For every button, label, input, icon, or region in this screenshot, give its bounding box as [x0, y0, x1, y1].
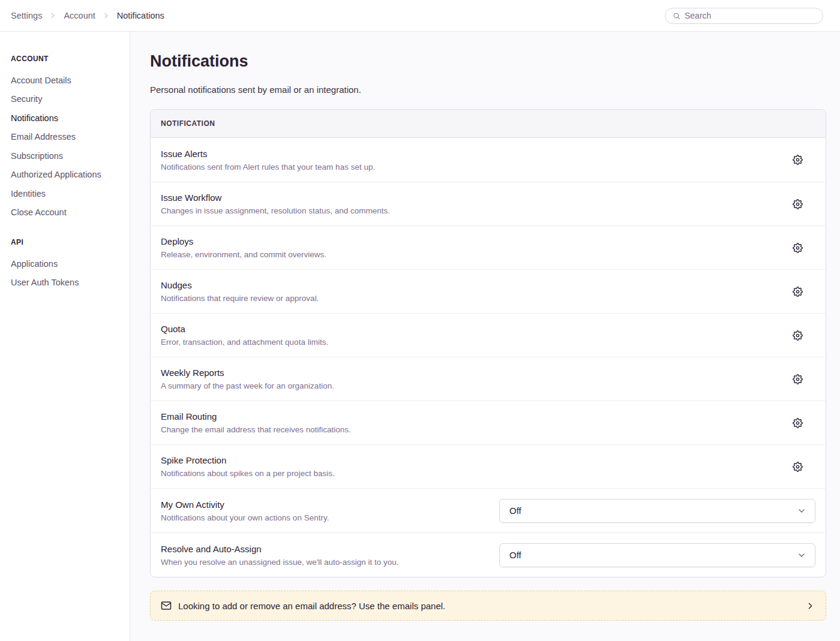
sidebar-item-account-details[interactable]: Account Details: [11, 71, 122, 90]
mail-icon: [161, 600, 172, 611]
alert-text: Looking to add or remove an email addres…: [178, 601, 445, 611]
breadcrumb-notifications[interactable]: Notifications: [117, 11, 164, 20]
notification-row-email-routing: Email Routing Change the email address t…: [151, 401, 826, 444]
notification-row-my-own-activity: My Own Activity Notifications about your…: [151, 488, 826, 532]
nudges-gear-button[interactable]: [789, 283, 806, 300]
notification-row-issue-workflow: Issue Workflow Changes in issue assignme…: [151, 182, 826, 225]
select-value: Off: [509, 550, 521, 560]
sidebar-section-account: ACCOUNT Account Details Security Notific…: [11, 55, 122, 222]
gear-icon: [793, 418, 803, 428]
sidebar-item-notifications[interactable]: Notifications: [11, 109, 122, 128]
sidebar-section-label-api: API: [11, 238, 122, 246]
chevron-right-icon: [102, 11, 110, 20]
settings-page: Settings Account Notifications ACCOUNT A…: [0, 0, 840, 641]
quota-gear-button[interactable]: [789, 327, 806, 344]
page-title: Notifications: [150, 52, 826, 71]
email-routing-gear-button[interactable]: [789, 414, 806, 432]
row-title: Issue Workflow: [161, 192, 390, 203]
select-value: Off: [509, 505, 521, 516]
breadcrumb: Settings Account Notifications: [11, 11, 164, 20]
row-description: Changes in issue assignment, resolution …: [161, 206, 390, 215]
row-description: Release, environment, and commit overvie…: [161, 250, 326, 259]
breadcrumb-account[interactable]: Account: [64, 11, 95, 20]
settings-sidebar: ACCOUNT Account Details Security Notific…: [0, 32, 130, 641]
notification-row-spike-protection: Spike Protection Notifications about spi…: [151, 444, 826, 488]
chevron-right-icon: [49, 11, 57, 20]
notifications-panel: NOTIFICATION Issue Alerts Notifications …: [150, 109, 826, 577]
row-description: Change the email address that receives n…: [161, 425, 351, 434]
gear-icon: [793, 330, 803, 341]
main-content: Notifications Personal notifications sen…: [130, 32, 840, 641]
row-description: Error, transaction, and attachment quota…: [161, 338, 328, 347]
panel-header: NOTIFICATION: [151, 110, 826, 138]
notification-row-deploys: Deploys Release, environment, and commit…: [151, 225, 826, 269]
sidebar-section-label-account: ACCOUNT: [11, 55, 122, 63]
sidebar-section-api: API Applications User Auth Tokens: [11, 238, 122, 292]
row-title: Deploys: [161, 236, 326, 246]
deploys-gear-button[interactable]: [789, 239, 806, 257]
sidebar-item-applications[interactable]: Applications: [11, 254, 122, 273]
chevron-down-icon: [797, 550, 806, 560]
sidebar-item-authorized-applications[interactable]: Authorized Applications: [11, 165, 122, 185]
row-title: Weekly Reports: [161, 368, 334, 378]
chevron-right-icon[interactable]: [805, 601, 815, 611]
sidebar-item-email-addresses[interactable]: Email Addresses: [11, 128, 122, 147]
row-title: Nudges: [161, 280, 319, 290]
row-title: Issue Alerts: [161, 149, 375, 159]
sidebar-item-security[interactable]: Security: [11, 90, 122, 109]
row-title: Resolve and Auto-Assign: [161, 544, 399, 554]
sidebar-item-identities[interactable]: Identities: [11, 184, 122, 203]
gear-icon: [793, 155, 803, 165]
my-own-activity-select[interactable]: Off: [499, 499, 815, 523]
top-bar: Settings Account Notifications: [0, 0, 840, 32]
search-box[interactable]: [665, 8, 823, 24]
notification-row-issue-alerts: Issue Alerts Notifications sent from Ale…: [151, 138, 826, 182]
issue-workflow-gear-button[interactable]: [789, 195, 806, 213]
gear-icon: [793, 462, 803, 472]
gear-icon: [793, 287, 803, 297]
row-title: My Own Activity: [161, 499, 329, 510]
row-title: Spike Protection: [161, 455, 335, 465]
row-description: Notifications about your own actions on …: [161, 513, 329, 522]
row-title: Email Routing: [161, 411, 351, 422]
sidebar-item-user-auth-tokens[interactable]: User Auth Tokens: [11, 273, 122, 293]
row-description: Notifications about spikes on a per proj…: [161, 469, 335, 478]
row-description: A summary of the past week for an organi…: [161, 381, 334, 390]
spike-protection-gear-button[interactable]: [789, 458, 806, 476]
search-icon: [673, 12, 680, 20]
issue-alerts-gear-button[interactable]: [789, 151, 806, 168]
gear-icon: [793, 243, 803, 253]
emails-panel-alert[interactable]: Looking to add or remove an email addres…: [150, 591, 826, 621]
search-input[interactable]: [685, 11, 815, 20]
notification-row-weekly-reports: Weekly Reports A summary of the past wee…: [151, 357, 826, 401]
page-subtitle: Personal notifications sent by email or …: [150, 85, 826, 95]
row-description: Notifications that require review or app…: [161, 294, 319, 303]
resolve-auto-assign-select[interactable]: Off: [499, 543, 815, 567]
sidebar-item-subscriptions[interactable]: Subscriptions: [11, 146, 122, 165]
row-title: Quota: [161, 324, 328, 334]
gear-icon: [793, 199, 803, 209]
chevron-down-icon: [797, 506, 806, 516]
notification-row-nudges: Nudges Notifications that require review…: [151, 269, 826, 313]
row-description: Notifications sent from Alert rules that…: [161, 162, 375, 171]
breadcrumb-settings[interactable]: Settings: [11, 11, 42, 20]
gear-icon: [793, 374, 803, 384]
notification-row-quota: Quota Error, transaction, and attachment…: [151, 313, 826, 357]
row-description: When you resolve an unassigned issue, we…: [161, 558, 399, 567]
weekly-reports-gear-button[interactable]: [789, 371, 806, 388]
sidebar-item-close-account[interactable]: Close Account: [11, 203, 122, 222]
notification-row-resolve-and-auto-assign: Resolve and Auto-Assign When you resolve…: [151, 532, 826, 577]
